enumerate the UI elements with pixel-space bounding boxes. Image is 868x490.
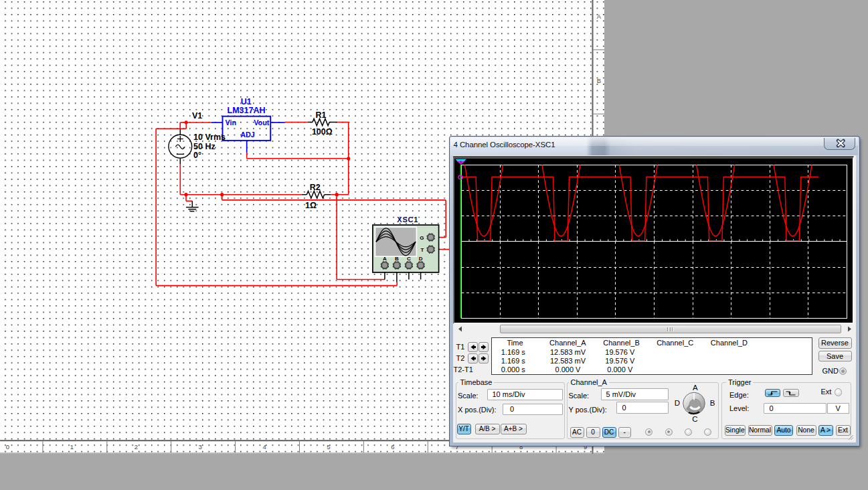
svg-text:A: A xyxy=(383,256,387,262)
svg-text:G: G xyxy=(420,235,424,241)
svg-text:T: T xyxy=(421,247,424,253)
svg-text:1: 1 xyxy=(70,443,74,451)
svg-text:50 Hz: 50 Hz xyxy=(193,142,215,151)
svg-text:3: 3 xyxy=(199,443,202,451)
svg-text:5: 5 xyxy=(327,443,330,451)
svg-text:1Ω: 1Ω xyxy=(305,201,317,210)
svg-text:ADJ: ADJ xyxy=(240,131,255,139)
svg-text:R1: R1 xyxy=(315,110,326,120)
svg-text:Vout: Vout xyxy=(254,118,270,127)
svg-text:0°: 0° xyxy=(193,151,201,160)
svg-text:V1: V1 xyxy=(192,111,202,120)
svg-text:D: D xyxy=(419,256,423,262)
svg-text:A: A xyxy=(597,13,602,20)
svg-text:B: B xyxy=(597,77,601,84)
svg-text:XSC1: XSC1 xyxy=(397,216,418,224)
svg-text:10 Vrms: 10 Vrms xyxy=(193,133,226,142)
svg-text:6: 6 xyxy=(391,443,394,451)
svg-text:0: 0 xyxy=(6,443,9,451)
svg-text:LM317AH: LM317AH xyxy=(228,106,266,115)
svg-text:C: C xyxy=(407,256,411,262)
svg-text:B: B xyxy=(395,256,399,262)
svg-text:R2: R2 xyxy=(310,183,321,192)
svg-text:1: 1 xyxy=(460,160,462,164)
svg-text:Vin: Vin xyxy=(226,118,237,127)
svg-text:4: 4 xyxy=(262,443,266,451)
svg-text:100Ω: 100Ω xyxy=(312,127,333,137)
svg-text:2: 2 xyxy=(135,443,138,451)
